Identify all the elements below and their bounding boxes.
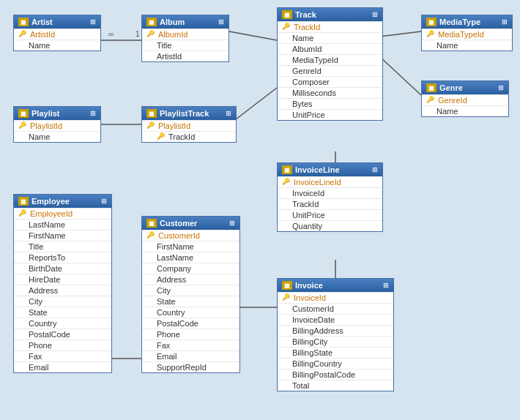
mediatype-title: MediaType [439,18,480,26]
customer-field-address: Address [142,274,239,285]
customer-field-fax: Fax [142,340,239,350]
mediatype-table-icon: ▦ [426,18,437,26]
pk-icon-customer: 🔑 [146,231,155,240]
album-expand[interactable]: ⊞ [218,18,224,26]
artist-title: Artist [31,18,53,26]
mediatype-field-id: 🔑 MediaTypeId [422,29,512,40]
track-field-genreid: GenreId [278,65,382,76]
genre-expand[interactable]: ⊞ [498,84,504,91]
invoice-field-billingstate: BillingState [278,347,393,358]
invoiceline-header: ▦ InvoiceLine ⊞ [278,163,382,176]
pk-icon-mediatype: 🔑 [426,30,435,39]
album-field-artistid: ArtistId [142,50,229,61]
genre-title: Genre [439,83,463,92]
invoiceline-table: ▦ InvoiceLine ⊞ 🔑 InvoiceLineId InvoiceI… [277,162,383,232]
customer-field-state: State [142,296,239,307]
track-field-trackid: 🔑 TrackId [278,21,382,32]
employee-field-lastname: LastName [14,219,111,230]
invoiceline-field-invoiceid: InvoiceId [278,187,382,198]
customer-field-city: City [142,285,239,296]
employee-field-id: 🔑 EmployeeId [14,208,111,219]
customer-table-icon: ▦ [146,219,157,228]
employee-field-reportsto: ReportsTo [14,252,111,263]
artist-table: ▦ Artist ⊞ 🔑 ArtistId Name [13,15,101,51]
invoiceline-expand[interactable]: ⊞ [372,166,378,173]
playlist-table-icon: ▦ [18,109,29,118]
artist-field-name: Name [14,40,100,50]
playlisttrack-title: PlaylistTrack [160,109,209,118]
artist-header: ▦ Artist ⊞ [14,15,100,29]
album-title: Album [160,18,185,26]
customer-field-id: 🔑 CustomerId [142,230,239,241]
album-table-icon: ▦ [146,18,157,26]
customer-field-phone: Phone [142,329,239,340]
mediatype-header: ▦ MediaType ⊞ [422,15,512,29]
genre-table: ▦ Genre ⊞ 🔑 GenreId Name [421,80,509,117]
invoiceline-title: InvoiceLine [295,165,340,174]
track-field-mediatypeid: MediaTypeId [278,54,382,65]
track-expand[interactable]: ⊞ [372,11,378,18]
genre-field-name: Name [422,105,508,116]
invoice-field-billingaddress: BillingAddress [278,325,393,336]
track-field-composer: Composer [278,76,382,87]
pk-icon-invoiceline: 🔑 [282,178,291,187]
track-header: ▦ Track ⊞ [278,8,382,21]
customer-title: Customer [160,219,197,228]
employee-expand[interactable]: ⊞ [101,198,107,205]
invoice-header: ▦ Invoice ⊞ [278,279,393,292]
playlisttrack-expand[interactable]: ⊞ [226,110,231,117]
invoiceline-field-unitprice: UnitPrice [278,209,382,220]
genre-field-id: 🔑 GenreId [422,94,508,105]
artist-table-icon: ▦ [18,18,29,26]
pk-icon-playlisttrack2: 🔑 [157,132,166,141]
track-field-unitprice: UnitPrice [278,109,382,120]
invoiceline-table-icon: ▦ [282,165,292,174]
invoiceline-field-trackid: TrackId [278,198,382,209]
invoice-expand[interactable]: ⊞ [383,282,389,289]
invoice-field-total: Total [278,380,393,391]
mediatype-expand[interactable]: ⊞ [502,18,508,26]
employee-field-hiredate: HireDate [14,274,111,285]
customer-field-supportrepid: SupportRepId [142,361,239,372]
pk-icon: 🔑 [18,30,27,39]
playlist-title: Playlist [31,109,60,118]
invoice-field-billingcity: BillingCity [278,336,393,347]
playlisttrack-field-playlistid: 🔑 PlaylistId [142,120,236,131]
playlisttrack-header: ▦ PlaylistTrack ⊞ [142,107,236,120]
employee-field-fax: Fax [14,350,111,361]
employee-field-firstname: FirstName [14,230,111,241]
track-table-icon: ▦ [282,10,292,19]
pk-icon-genre: 🔑 [426,96,435,105]
customer-expand[interactable]: ⊞ [229,220,235,227]
album-field-albumid: 🔑 AlbumId [142,29,229,40]
customer-field-lastname: LastName [142,252,239,263]
customer-field-firstname: FirstName [142,241,239,252]
invoice-table: ▦ Invoice ⊞ 🔑 InvoiceId CustomerId Invoi… [277,278,394,391]
invoiceline-field-id: 🔑 InvoiceLineId [278,176,382,187]
svg-line-5 [379,56,421,95]
playlist-field-name: Name [14,131,100,142]
genre-table-icon: ▦ [426,83,437,92]
invoice-title: Invoice [295,281,323,290]
customer-field-company: Company [142,263,239,274]
mediatype-field-name: Name [422,40,512,50]
album-table: ▦ Album ⊞ 🔑 AlbumId Title ArtistId [141,15,229,62]
svg-text:1: 1 [135,30,140,38]
album-field-title: Title [142,40,229,50]
pk-icon-playlist: 🔑 [18,121,27,130]
playlist-expand[interactable]: ⊞ [90,110,96,117]
pk-icon-playlisttrack: 🔑 [146,121,155,130]
invoice-field-billingpostalcode: BillingPostalCode [278,369,393,380]
artist-expand[interactable]: ⊞ [90,18,96,26]
playlist-header: ▦ Playlist ⊞ [14,107,100,120]
employee-field-address: Address [14,285,111,296]
employee-header: ▦ Employee ⊞ [14,195,111,208]
playlisttrack-field-trackid: 🔑 TrackId [142,131,236,142]
employee-field-state: State [14,307,111,318]
svg-text:∞: ∞ [108,30,114,38]
invoice-table-icon: ▦ [282,281,292,290]
invoice-field-invoicedate: InvoiceDate [278,314,393,325]
track-table: ▦ Track ⊞ 🔑 TrackId Name AlbumId MediaTy… [277,7,383,121]
employee-table-icon: ▦ [18,197,29,206]
employee-field-title: Title [14,241,111,252]
